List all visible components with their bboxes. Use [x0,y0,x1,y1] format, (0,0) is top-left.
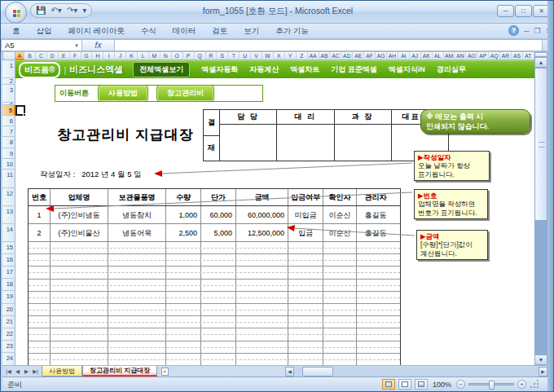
help-icon[interactable]: ? [508,25,519,36]
ledger-row-1[interactable]: 1(주)인비냉동냉동참치1,00060,00060,000,000미입금이순신홍… [29,206,400,224]
scroll-down-icon[interactable]: ▼ [534,355,547,365]
row-header-5[interactable]: 5 [2,105,15,116]
ribbon-tab-0[interactable]: 홈 [12,26,20,37]
row-header-14[interactable]: 14 [2,224,15,242]
column-header-AD[interactable]: AD [341,52,353,60]
bizform-logo[interactable]: 비즈폼® [19,62,60,78]
column-header-AN[interactable]: AN [455,52,466,60]
ledger-cell[interactable]: 60,000,000 [236,206,288,223]
ledger-cell[interactable]: 60,000 [201,206,236,223]
save-icon[interactable]: 💾 [36,7,46,15]
row-header-16[interactable]: 16 [2,254,15,266]
ledger-empty-row[interactable] [29,254,400,266]
ledger-empty-row[interactable] [29,266,400,279]
ledger-cell[interactable]: 12,500,000 [236,224,288,241]
ledger-cell[interactable]: 홍길동 [357,224,394,241]
ribbon-tab-4[interactable]: 데이터 [173,26,196,37]
ledger-cell[interactable]: 냉동참치 [108,206,166,223]
row-header-10[interactable]: 10 [2,159,15,170]
column-header-M[interactable]: M [149,52,160,60]
column-header-D[interactable]: D [47,52,59,60]
vendor-menu-item-1[interactable]: 엑셀자동화 [201,64,238,75]
column-header-L[interactable]: L [138,52,149,60]
formula-input[interactable] [115,39,543,51]
column-header-T[interactable]: T [228,52,240,60]
scroll-left-icon[interactable]: ◀ [285,367,294,377]
column-header-R[interactable]: R [206,52,218,60]
ledger-empty-row[interactable] [29,354,400,365]
insert-sheet-tab[interactable]: ✶ [157,366,172,377]
row-header-20[interactable]: 20 [2,304,15,316]
scroll-right-icon[interactable]: ▶ [539,367,547,377]
scroll-up-icon[interactable]: ▲ [534,57,547,68]
mover-button-0[interactable]: 사용방법 [99,86,147,101]
ledger-empty-row[interactable] [29,292,400,304]
column-header-AK[interactable]: AK [421,52,433,60]
ledger-empty-row[interactable] [29,341,400,354]
row-header-18[interactable]: 18 [2,279,15,291]
row-header-13[interactable]: 13 [2,206,15,224]
page-layout-view-button[interactable] [398,379,411,390]
sheet-tab-0[interactable]: 사용방법 [42,366,82,377]
column-header-K[interactable]: K [126,52,138,60]
name-box[interactable]: A5 ▼ [1,39,82,51]
row-header-8[interactable]: 8 [2,137,15,148]
row-header-12[interactable]: 12 [2,188,15,206]
undo-icon[interactable]: ↶▾ [51,7,61,15]
column-header-AP[interactable]: AP [477,52,489,60]
qat-customize-icon[interactable]: ▾ [82,7,86,15]
ledger-empty-row[interactable] [29,328,400,341]
column-header-AA[interactable]: AA [308,52,319,60]
row-header-6[interactable]: 6 [2,116,15,126]
ribbon-tab-1[interactable]: 삽입 [37,26,52,37]
row-header-3[interactable]: 3 [2,85,15,103]
column-header-AS[interactable]: AS [512,52,523,60]
vendor-menu-item-4[interactable]: 기업 표준엑셀 [331,64,377,75]
column-header-AQ[interactable]: AQ [489,52,500,60]
column-header-U[interactable]: U [240,52,251,60]
ledger-cell[interactable]: 미입금 [288,206,323,223]
ledger-cell[interactable]: 2 [29,224,51,241]
column-header-Y[interactable]: Y [285,52,297,60]
column-header-AH[interactable]: AH [387,52,398,60]
column-header-Q[interactable]: Q [195,52,206,60]
zoom-out-icon[interactable]: − [456,380,465,389]
sheet-tab-1[interactable]: 창고관리비 지급대장 [82,366,157,377]
normal-view-button[interactable] [382,379,395,390]
column-header-O[interactable]: O [172,52,183,60]
row-header-11[interactable]: 11 [2,170,15,188]
column-header-J[interactable]: J [115,52,126,60]
ribbon-tab-3[interactable]: 수식 [141,26,156,37]
row-header-17[interactable]: 17 [2,266,15,279]
vendor-menu-item-2[interactable]: 자동계산 [249,64,279,75]
business-excel-logo[interactable]: 비즈니스엑셀 [69,64,123,76]
row-header-2[interactable]: 2 [2,78,15,85]
column-header-AG[interactable]: AG [376,52,387,60]
row-header-1[interactable]: 1 [2,60,15,78]
horizontal-scroll-track[interactable] [294,367,539,377]
minimize-button[interactable]: ─ [497,5,514,17]
ledger-cell[interactable]: 이순신 [323,224,357,241]
ledger-empty-row[interactable] [29,242,400,254]
ledger-cell[interactable]: 입금 [288,224,323,241]
zoom-in-icon[interactable]: + [517,380,526,389]
column-header-V[interactable]: V [251,52,262,60]
column-header-C[interactable]: C [36,52,47,60]
column-header-S[interactable]: S [217,52,228,60]
doc-restore-icon[interactable]: ❐ [534,27,540,35]
column-header-AJ[interactable]: AJ [410,52,421,60]
row-header-19[interactable]: 19 [2,291,15,304]
column-header-AM[interactable]: AM [444,52,455,60]
column-header-P[interactable]: P [183,52,195,60]
insert-function-button[interactable]: fx [82,39,115,51]
row-header-7[interactable]: 7 [2,126,15,137]
ledger-empty-row[interactable] [29,316,400,328]
vertical-scroll-thumb[interactable] [534,68,547,221]
ledger-cell[interactable]: 5,000 [201,224,236,241]
select-all-corner[interactable] [2,52,15,60]
horizontal-scroll-thumb[interactable] [302,367,333,377]
column-header-G[interactable]: G [81,52,93,60]
column-header-N[interactable]: N [160,52,172,60]
ledger-cell[interactable]: (주)인비냉동 [51,206,108,223]
ledger-row-2[interactable]: 2(주)인비물산냉동어묵2,5005,00012,500,000입금이순신홍길동 [29,224,400,242]
